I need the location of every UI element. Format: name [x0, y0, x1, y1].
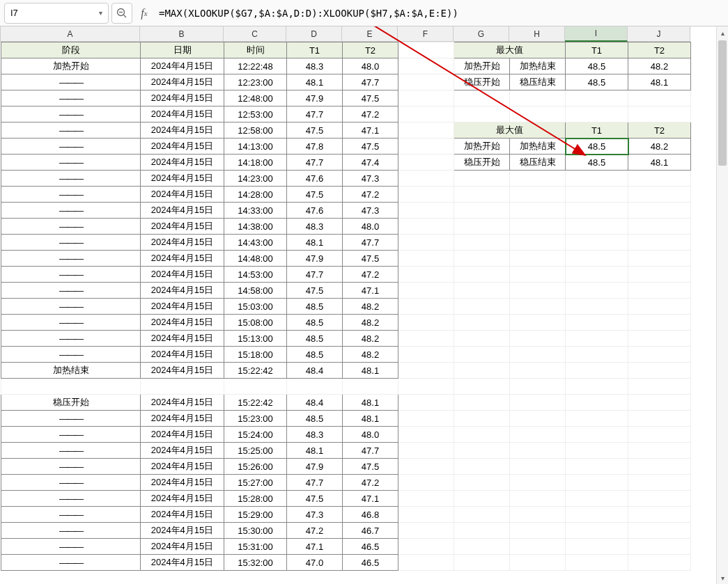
- chevron-down-icon[interactable]: ▾: [99, 9, 102, 17]
- time-cell[interactable]: 15:18:00: [224, 347, 287, 363]
- cell[interactable]: [628, 427, 691, 443]
- cell[interactable]: [454, 555, 510, 571]
- phase-cell[interactable]: ———: [1, 235, 141, 251]
- cell[interactable]: [343, 379, 398, 395]
- cell[interactable]: [287, 379, 343, 395]
- cell[interactable]: [398, 523, 454, 539]
- t2-cell[interactable]: 46.8: [343, 507, 398, 523]
- mini2-th1[interactable]: T1: [566, 123, 628, 139]
- cell[interactable]: [224, 379, 287, 395]
- date-cell[interactable]: 2024年4月15日: [141, 491, 224, 507]
- cell[interactable]: [566, 539, 628, 555]
- t1-cell[interactable]: 48.5: [287, 411, 343, 427]
- cell[interactable]: [628, 347, 691, 363]
- phase-cell[interactable]: 加热开始: [1, 58, 141, 74]
- cell[interactable]: [566, 203, 628, 219]
- t1-cell[interactable]: 47.7: [287, 267, 343, 283]
- cell[interactable]: [454, 379, 510, 395]
- mini1-i2[interactable]: 48.5: [566, 74, 628, 90]
- cell[interactable]: [566, 475, 628, 491]
- time-cell[interactable]: 12:23:00: [224, 74, 287, 90]
- cell[interactable]: [628, 171, 691, 187]
- time-cell[interactable]: 12:22:48: [224, 58, 287, 74]
- time-cell[interactable]: 15:26:00: [224, 459, 287, 475]
- spreadsheet-grid[interactable]: ABCDEFGHIJ 阶段日期时间T1T2最大值T1T2加热开始2024年4月1…: [0, 26, 728, 584]
- cell[interactable]: [398, 539, 454, 555]
- main-header-E[interactable]: T2: [343, 42, 398, 58]
- column-header-J[interactable]: J: [628, 26, 690, 42]
- cell[interactable]: [566, 299, 628, 315]
- cell[interactable]: [398, 219, 454, 235]
- cell[interactable]: [566, 187, 628, 203]
- mini2-th2[interactable]: T2: [628, 123, 691, 139]
- scrollbar-thumb[interactable]: [718, 40, 727, 166]
- cell[interactable]: [398, 315, 454, 331]
- cell[interactable]: [628, 251, 691, 267]
- time-cell[interactable]: 15:25:00: [224, 443, 287, 459]
- cell[interactable]: [454, 523, 510, 539]
- cell[interactable]: [398, 74, 454, 90]
- cell[interactable]: [628, 106, 691, 123]
- cell[interactable]: [510, 283, 566, 299]
- name-box[interactable]: I7 ▾: [4, 3, 109, 24]
- column-header-C[interactable]: C: [224, 26, 286, 42]
- cell[interactable]: [1, 379, 141, 395]
- t2-cell[interactable]: 48.2: [343, 315, 398, 331]
- time-cell[interactable]: 15:32:00: [224, 555, 287, 571]
- cell[interactable]: [454, 491, 510, 507]
- t2-cell[interactable]: 47.2: [343, 475, 398, 491]
- time-cell[interactable]: 15:31:00: [224, 539, 287, 555]
- t2-cell[interactable]: 47.3: [343, 203, 398, 219]
- phase-cell[interactable]: ———: [1, 331, 141, 347]
- mini2-j[interactable]: 48.2: [628, 139, 691, 155]
- date-cell[interactable]: 2024年4月15日: [141, 235, 224, 251]
- cell[interactable]: [398, 283, 454, 299]
- time-cell[interactable]: 14:58:00: [224, 283, 287, 299]
- cell[interactable]: [628, 459, 691, 475]
- column-header-G[interactable]: G: [454, 26, 509, 42]
- scroll-up-button[interactable]: ▴: [717, 26, 728, 39]
- fx-icon[interactable]: fx: [135, 3, 153, 24]
- time-cell[interactable]: 15:08:00: [224, 315, 287, 331]
- t2-cell[interactable]: 47.7: [343, 235, 398, 251]
- mini2-g[interactable]: 加热开始: [454, 139, 510, 155]
- cell[interactable]: [628, 555, 691, 571]
- phase-cell[interactable]: ———: [1, 106, 141, 123]
- phase-cell[interactable]: ———: [1, 203, 141, 219]
- cell[interactable]: [510, 507, 566, 523]
- t1-cell[interactable]: 47.2: [287, 523, 343, 539]
- t1-cell[interactable]: 47.5: [287, 123, 343, 139]
- phase-cell[interactable]: ———: [1, 251, 141, 267]
- cell[interactable]: [628, 187, 691, 203]
- phase-cell[interactable]: ———: [1, 539, 141, 555]
- cell[interactable]: [510, 267, 566, 283]
- t1-cell[interactable]: 47.3: [287, 507, 343, 523]
- date-cell[interactable]: 2024年4月15日: [141, 507, 224, 523]
- time-cell[interactable]: 14:38:00: [224, 219, 287, 235]
- cell[interactable]: [454, 267, 510, 283]
- t2-cell[interactable]: 47.1: [343, 283, 398, 299]
- phase-cell[interactable]: ———: [1, 155, 141, 171]
- t2-cell[interactable]: 47.5: [343, 251, 398, 267]
- cell[interactable]: [628, 331, 691, 347]
- cell[interactable]: [628, 395, 691, 411]
- t2-cell[interactable]: 48.0: [343, 427, 398, 443]
- time-cell[interactable]: 14:48:00: [224, 251, 287, 267]
- date-cell[interactable]: 2024年4月15日: [141, 123, 224, 139]
- cell[interactable]: [566, 106, 628, 123]
- cell[interactable]: [398, 123, 454, 139]
- time-cell[interactable]: 12:48:00: [224, 90, 287, 106]
- cell[interactable]: [398, 491, 454, 507]
- phase-cell[interactable]: ———: [1, 90, 141, 106]
- t2-cell[interactable]: 47.1: [343, 491, 398, 507]
- date-cell[interactable]: 2024年4月15日: [141, 106, 224, 123]
- t1-cell[interactable]: 47.9: [287, 90, 343, 106]
- phase-cell[interactable]: ———: [1, 347, 141, 363]
- cell[interactable]: [566, 267, 628, 283]
- t1-cell[interactable]: 48.3: [287, 427, 343, 443]
- phase-cell[interactable]: ———: [1, 283, 141, 299]
- grid-table[interactable]: 阶段日期时间T1T2最大值T1T2加热开始2024年4月15日12:22:484…: [1, 42, 691, 571]
- mini2-i2[interactable]: 48.5: [566, 155, 628, 171]
- column-header-B[interactable]: B: [140, 26, 224, 42]
- date-cell[interactable]: 2024年4月15日: [141, 58, 224, 74]
